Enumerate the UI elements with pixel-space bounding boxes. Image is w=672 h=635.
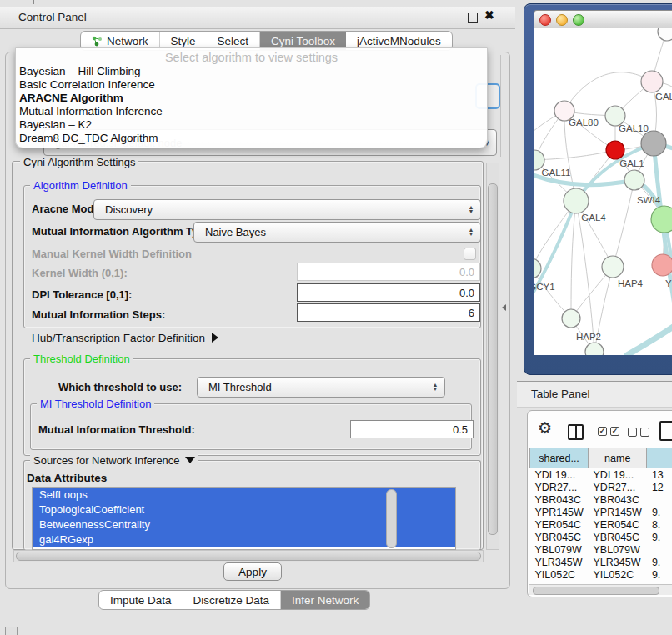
table-cell[interactable]: YBR045C [589, 531, 647, 543]
table-cell[interactable]: YER054C [589, 518, 647, 531]
table-cell[interactable]: 9. [647, 556, 672, 568]
close-traffic-light[interactable] [539, 14, 551, 26]
zoom-traffic-light[interactable] [573, 14, 584, 26]
table-cell[interactable]: YLR345W [530, 556, 589, 568]
node-gcy1[interactable] [534, 258, 541, 278]
network-edge[interactable] [613, 180, 634, 267]
table-cell[interactable]: YDR27... [589, 481, 647, 493]
document-icon[interactable] [659, 421, 672, 441]
dropdown-item[interactable]: ARACNE Algorithm [16, 92, 487, 105]
table-cell[interactable]: YDL19... [589, 468, 647, 482]
network-edge[interactable] [564, 72, 652, 111]
mi-steps-field[interactable]: 6 [297, 303, 480, 322]
mi-threshold-field[interactable]: 0.5 [350, 420, 474, 438]
threshold-definition-title: Threshold Definition [30, 352, 133, 365]
node-bottom-partial[interactable] [585, 342, 604, 355]
data-attributes-label: Data Attributes [27, 472, 107, 484]
table-cell[interactable]: YIL052C [589, 568, 647, 581]
table-hscrollbar-thumb[interactable] [533, 587, 659, 595]
checkbox-unchecked-icon[interactable] [640, 428, 649, 437]
tab-infer-network[interactable]: Infer Network [280, 591, 369, 609]
table-cell[interactable]: 12 [647, 481, 672, 493]
node-gray[interactable] [641, 131, 666, 156]
column-header[interactable]: name [589, 448, 647, 468]
table-cell[interactable]: YPR145W [530, 506, 589, 518]
network-window-titlebar[interactable] [534, 10, 672, 30]
table-row[interactable]: YPR145WYPR145W9. [530, 506, 672, 518]
table-cell[interactable]: 9. [647, 568, 672, 581]
which-threshold-combo[interactable]: MI Threshold ▲▼ [197, 377, 445, 398]
node-hap4[interactable] [602, 256, 624, 278]
tab-impute-data[interactable]: Impute Data [99, 591, 183, 609]
dropdown-item[interactable]: Basic Correlation Inference [16, 78, 487, 92]
table-cell[interactable] [647, 493, 672, 506]
sources-expander[interactable]: Sources for Network Inference [30, 454, 198, 467]
column-header[interactable] [647, 448, 672, 468]
kernel-width-field[interactable]: 0.0 [297, 262, 480, 281]
dropdown-item[interactable]: Bayesian – K2 [16, 118, 487, 132]
table-cell[interactable]: 13 [647, 468, 672, 482]
hub-definition-expander[interactable]: Hub/Transcription Factor Definition [32, 332, 218, 344]
dropdown-item[interactable]: Dream8 DC_TDC Algorithm [16, 132, 487, 145]
checkbox-checked-icon[interactable]: ✓ [598, 427, 607, 436]
columns-icon[interactable] [568, 424, 584, 440]
table-cell[interactable]: YDR27... [530, 481, 589, 493]
table-cell[interactable]: YBL079W [589, 543, 647, 556]
checkbox-checked-icon[interactable]: ✓ [610, 427, 619, 436]
node-gal1[interactable] [606, 141, 624, 159]
gear-icon[interactable]: ⚙ [538, 420, 552, 436]
table-cell[interactable]: YLR345W [589, 556, 647, 568]
dropdown-item[interactable]: Mutual Information Inference [16, 105, 487, 118]
node-hap2[interactable] [562, 309, 580, 328]
manual-kernel-checkbox[interactable] [464, 248, 476, 260]
network-canvas[interactable]: GALGAL80GAL10GAL1GAL11SWI4GAL4HAP4YGCY1H… [534, 28, 672, 355]
table-row[interactable]: YIL052CYIL052C9. [530, 568, 672, 581]
table-cell[interactable]: YBR045C [530, 531, 589, 543]
network-edge-thick[interactable] [627, 322, 672, 355]
table-cell[interactable]: 9. [647, 531, 672, 543]
list-scrollbar-thumb[interactable] [386, 489, 397, 548]
table-cell[interactable]: YBR043C [589, 493, 647, 506]
table-row[interactable]: YER054CYER054C8. [530, 518, 672, 531]
table-row[interactable]: YDR27...YDR27...12 [530, 481, 672, 493]
table-cell[interactable]: YBR043C [530, 493, 589, 506]
table-row[interactable]: YLR345WYLR345W9. [530, 556, 672, 568]
vertical-scrollbar-thumb[interactable] [488, 183, 498, 535]
table-cell[interactable]: YER054C [530, 518, 589, 531]
dpi-tolerance-field[interactable]: 0.0 [297, 283, 480, 302]
table-cell[interactable] [647, 543, 672, 556]
table-cell[interactable]: 8. [647, 518, 672, 531]
node-gal-right[interactable] [641, 71, 663, 92]
close-icon[interactable]: ✖ [484, 8, 494, 22]
aracne-mode-combo[interactable]: Discovery ▲▼ [93, 199, 481, 220]
splitter-arrow-icon[interactable] [502, 304, 506, 311]
table-cell[interactable]: YBL079W [530, 543, 589, 556]
network-edge[interactable] [534, 150, 615, 160]
node-big-green[interactable] [651, 206, 672, 232]
table-row[interactable]: YBR043CYBR043C [530, 493, 672, 506]
node-top-partial[interactable] [658, 28, 672, 41]
column-header[interactable]: shared... [530, 448, 589, 468]
network-edge[interactable] [571, 201, 576, 318]
table-cell[interactable]: YPR145W [589, 506, 647, 518]
dropdown-item[interactable]: Bayesian – Hill Climbing [16, 65, 487, 78]
table-row[interactable]: YBR045CYBR045C9. [530, 531, 672, 543]
horizontal-scrollbar-thumb[interactable] [16, 552, 481, 561]
mi-type-combo[interactable]: Naive Bayes ▲▼ [193, 222, 481, 242]
table-row[interactable]: YBL079WYBL079W [530, 543, 672, 556]
table-cell[interactable]: 9. [647, 506, 672, 518]
tab-discretize-data[interactable]: Discretize Data [183, 591, 281, 609]
network-edge[interactable] [576, 201, 594, 352]
table-cell[interactable]: YIL052C [530, 568, 589, 581]
table-hscrollbar-track[interactable] [529, 584, 672, 595]
float-window-icon[interactable] [468, 12, 478, 22]
node-swi4[interactable] [624, 170, 644, 190]
checkbox-unchecked-icon[interactable] [628, 428, 637, 437]
node-gal4[interactable] [564, 188, 589, 213]
table-row[interactable]: YDL19...YDL19...13 [530, 468, 672, 482]
minimize-traffic-light[interactable] [556, 14, 568, 26]
node-salmon[interactable] [652, 254, 672, 276]
collapsed-panel-icon[interactable] [5, 627, 18, 635]
apply-button[interactable]: Apply [223, 562, 282, 581]
table-cell[interactable]: YDL19... [530, 468, 589, 482]
